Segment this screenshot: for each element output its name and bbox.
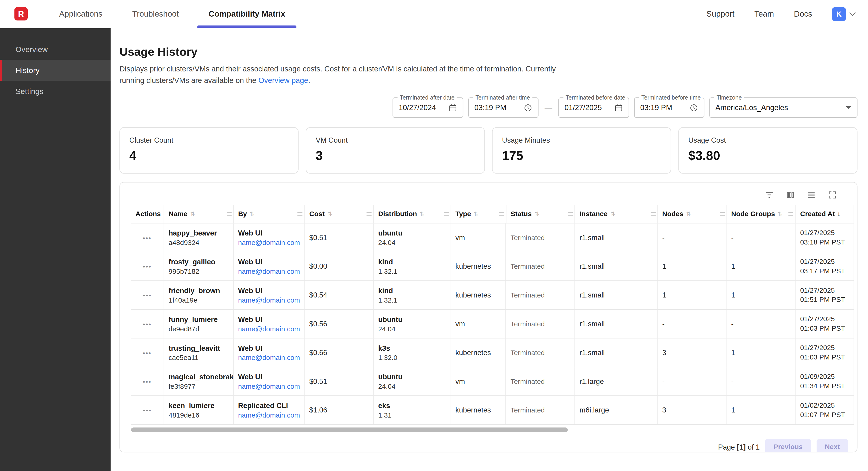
created-date: 01/02/2025 bbox=[800, 402, 849, 409]
column-separator[interactable] bbox=[568, 212, 573, 216]
column-header-instance[interactable]: Instance ⇅ bbox=[575, 205, 658, 223]
column-header-created-at[interactable]: Created At ↓ bbox=[796, 205, 854, 223]
created-by-email[interactable]: name@domain.com bbox=[238, 267, 300, 275]
field-label: Terminated after date bbox=[398, 94, 457, 101]
created-by-email[interactable]: name@domain.com bbox=[238, 296, 300, 304]
column-separator[interactable] bbox=[720, 212, 725, 216]
timezone-select[interactable]: Timezone America/Los_Angeles bbox=[709, 97, 858, 118]
columns-icon[interactable] bbox=[785, 190, 795, 199]
support-link[interactable]: Support bbox=[706, 9, 734, 18]
column-header-distribution[interactable]: Distribution ⇅ bbox=[374, 205, 451, 223]
column-header-cost[interactable]: Cost ⇅ bbox=[305, 205, 374, 223]
cluster-name: funny_lumiere bbox=[168, 315, 229, 323]
column-separator[interactable] bbox=[651, 212, 656, 216]
row-actions-icon[interactable]: ••• bbox=[143, 349, 152, 356]
cluster-id: a48d9324 bbox=[168, 239, 229, 246]
cost: $0.66 bbox=[309, 348, 369, 357]
distribution-version: 24.04 bbox=[378, 325, 446, 333]
terminated-after-date-input[interactable]: Terminated after date 10/27/2024 bbox=[393, 97, 463, 118]
active-tab-underline bbox=[198, 25, 297, 28]
column-header-actions: Actions bbox=[131, 205, 164, 223]
created-by-email[interactable]: name@domain.com bbox=[238, 325, 300, 333]
previous-page-button[interactable]: Previous bbox=[765, 439, 811, 452]
column-header-nodes[interactable]: Nodes ⇅ bbox=[658, 205, 727, 223]
stat-value: 175 bbox=[502, 148, 661, 163]
created-by-email[interactable]: name@domain.com bbox=[238, 239, 300, 246]
table-header-row: Actions Name ⇅ By ⇅ Cost ⇅ bbox=[131, 205, 854, 224]
distribution: kind bbox=[378, 286, 446, 294]
tab-troubleshoot[interactable]: Troubleshoot bbox=[117, 0, 193, 28]
row-actions-icon[interactable]: ••• bbox=[143, 321, 152, 327]
column-separator[interactable] bbox=[444, 212, 449, 216]
column-header-name[interactable]: Name ⇅ bbox=[164, 205, 234, 223]
primary-tabs: Applications Troubleshoot Compatibility … bbox=[44, 0, 300, 28]
type: vm bbox=[456, 233, 501, 242]
cost: $0.00 bbox=[309, 262, 369, 270]
stat-usage-cost: Usage Cost $3.80 bbox=[678, 127, 858, 174]
created-by-email[interactable]: name@domain.com bbox=[238, 354, 300, 361]
column-header-status[interactable]: Status ⇅ bbox=[506, 205, 575, 223]
calendar-icon[interactable] bbox=[614, 103, 623, 112]
usage-table: Actions Name ⇅ By ⇅ Cost ⇅ bbox=[131, 205, 854, 425]
overview-page-link[interactable]: Overview page bbox=[258, 76, 308, 84]
node-groups: 1 bbox=[731, 348, 791, 357]
filter-bar: Terminated after date 10/27/2024 Termina… bbox=[119, 97, 858, 118]
stat-vm-count: VM Count 3 bbox=[306, 127, 485, 174]
row-actions-icon[interactable]: ••• bbox=[143, 407, 152, 413]
field-value: America/Los_Angeles bbox=[715, 104, 788, 112]
sidebar-item-history[interactable]: History bbox=[0, 60, 111, 81]
tab-compatibility-matrix[interactable]: Compatibility Matrix bbox=[194, 0, 300, 28]
account-menu[interactable]: K bbox=[832, 7, 855, 21]
docs-link[interactable]: Docs bbox=[794, 9, 812, 18]
clock-icon[interactable] bbox=[689, 103, 698, 112]
row-actions-icon[interactable]: ••• bbox=[143, 378, 152, 385]
column-header-type[interactable]: Type ⇅ bbox=[451, 205, 506, 223]
instance: r1.small bbox=[580, 348, 653, 357]
created-time: 01:51 PM PST bbox=[800, 296, 849, 304]
column-label: Actions bbox=[135, 210, 161, 218]
stat-usage-minutes: Usage Minutes 175 bbox=[492, 127, 671, 174]
sidebar: Overview History Settings bbox=[0, 28, 111, 471]
status-badge: Terminated bbox=[510, 234, 570, 241]
row-actions-icon[interactable]: ••• bbox=[143, 292, 152, 298]
terminated-before-time-input[interactable]: Terminated before time 03:19 PM bbox=[634, 97, 705, 118]
column-separator[interactable] bbox=[298, 212, 303, 216]
status-badge: Terminated bbox=[510, 262, 570, 270]
instance: r1.small bbox=[580, 233, 653, 242]
main-content: Usage History Displays prior clusters/VM… bbox=[111, 28, 868, 471]
column-label: Name bbox=[168, 210, 187, 218]
terminated-before-date-input[interactable]: Terminated before date 01/27/2025 bbox=[558, 97, 629, 118]
usage-table-card: Actions Name ⇅ By ⇅ Cost ⇅ bbox=[119, 182, 858, 452]
created-by-email[interactable]: name@domain.com bbox=[238, 411, 300, 419]
app-logo[interactable]: R bbox=[14, 7, 28, 21]
created-date: 01/27/2025 bbox=[800, 287, 849, 294]
team-link[interactable]: Team bbox=[754, 9, 774, 18]
filter-icon[interactable] bbox=[765, 190, 774, 199]
sidebar-item-overview[interactable]: Overview bbox=[0, 39, 111, 60]
column-header-by[interactable]: By ⇅ bbox=[234, 205, 305, 223]
column-separator[interactable] bbox=[788, 212, 794, 216]
field-value: 01/27/2025 bbox=[564, 104, 602, 112]
tab-applications[interactable]: Applications bbox=[44, 0, 117, 28]
terminated-after-time-input[interactable]: Terminated after time 03:19 PM bbox=[468, 97, 538, 118]
sidebar-item-settings[interactable]: Settings bbox=[0, 81, 111, 101]
fullscreen-icon[interactable] bbox=[828, 190, 837, 199]
column-separator[interactable] bbox=[499, 212, 504, 216]
calendar-icon[interactable] bbox=[448, 103, 457, 112]
distribution: ubuntu bbox=[378, 315, 446, 323]
sort-icon: ⇅ bbox=[327, 211, 332, 216]
column-header-node-groups[interactable]: Node Groups ⇅ bbox=[727, 205, 796, 223]
row-actions-icon[interactable]: ••• bbox=[143, 263, 152, 270]
stat-label: Usage Minutes bbox=[502, 136, 661, 144]
node-groups: 1 bbox=[731, 406, 791, 414]
created-by-email[interactable]: name@domain.com bbox=[238, 383, 300, 390]
row-actions-icon[interactable]: ••• bbox=[143, 234, 152, 241]
scrollbar-thumb[interactable] bbox=[131, 428, 568, 432]
clock-icon[interactable] bbox=[524, 103, 532, 112]
next-page-button[interactable]: Next bbox=[817, 439, 848, 452]
column-separator[interactable] bbox=[367, 212, 372, 216]
density-icon[interactable] bbox=[807, 190, 816, 199]
column-separator[interactable] bbox=[226, 212, 231, 216]
type: kubernetes bbox=[456, 291, 501, 299]
column-label: Nodes bbox=[662, 210, 683, 218]
